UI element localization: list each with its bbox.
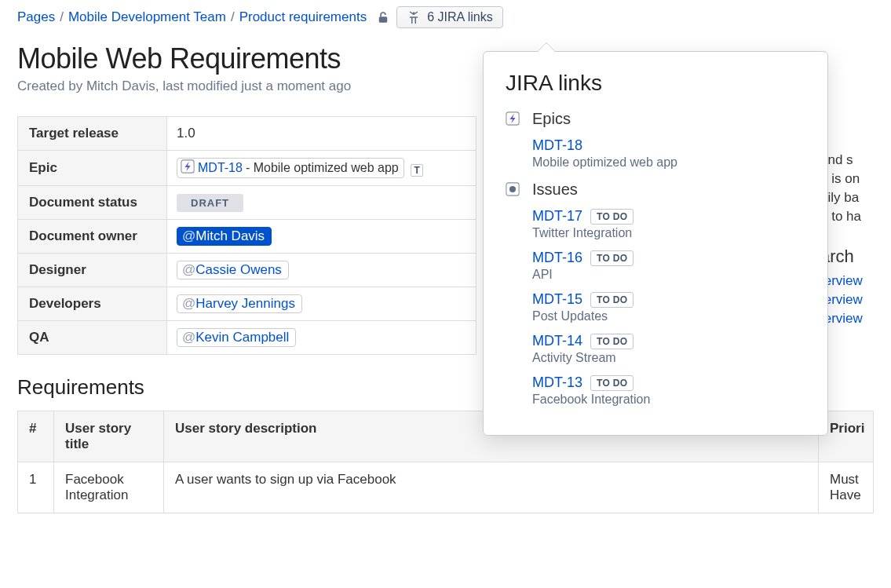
metadata-value: @Harvey Jennings — [167, 287, 477, 321]
status-lozenge: DRAFT — [177, 194, 243, 212]
popover-issues-section: Issues — [506, 181, 805, 205]
unlock-icon[interactable] — [376, 10, 390, 24]
side-text: and s — [820, 152, 891, 168]
issue-summary: Facebook Integration — [532, 393, 805, 407]
metadata-row: Designer@Cassie Owens — [18, 254, 477, 287]
svg-point-5 — [509, 186, 516, 192]
side-heading: arch — [820, 247, 891, 267]
issue-summary: Activity Stream — [532, 351, 805, 365]
req-title: Facebook Integration — [54, 462, 164, 513]
breadcrumb-separator: / — [60, 10, 64, 25]
side-text: e is on — [820, 171, 891, 187]
metadata-value: @Cassie Owens — [167, 254, 477, 287]
svg-rect-0 — [379, 16, 388, 23]
metadata-value: 1.0 — [167, 117, 477, 151]
mention-name: Kevin Campbell — [195, 330, 289, 345]
issue-key-link[interactable]: MDT-16 — [532, 250, 582, 266]
popover-epics-section: Epics — [506, 110, 805, 134]
popover-issue-item: MDT-15TO DOPost Updates — [532, 291, 805, 323]
mention-name: Cassie Owens — [195, 262, 282, 278]
metadata-row: Document statusDRAFT — [18, 186, 477, 220]
status-badge: TO DO — [590, 375, 634, 391]
status-badge: TO DO — [590, 250, 634, 266]
metadata-row: Document owner@Mitch Davis — [18, 220, 477, 254]
metadata-row: EpicMDT-18 - Mobile optimized web app T — [18, 151, 477, 186]
side-link[interactable]: terview — [820, 311, 891, 327]
metadata-label: Document status — [18, 186, 167, 220]
popover-title: JIRA links — [506, 71, 805, 96]
jira-icon — [407, 10, 421, 24]
popover-epic-item: MDT-18Mobile optimized web app — [532, 137, 805, 170]
metadata-label: QA — [18, 321, 167, 355]
metadata-table: Target release1.0EpicMDT-18 - Mobile opt… — [17, 116, 477, 355]
user-mention[interactable]: @Cassie Owens — [177, 261, 289, 279]
issue-key-link[interactable]: MDT-13 — [532, 374, 582, 391]
at-symbol: @ — [182, 262, 195, 278]
status-badge: TO DO — [590, 292, 634, 308]
epic-pill[interactable]: MDT-18 - Mobile optimized web app — [177, 158, 404, 178]
popover-issue-item: MDT-14TO DOActivity Stream — [532, 333, 805, 365]
metadata-row: Developers@Harvey Jennings — [18, 287, 477, 321]
issue-key-link[interactable]: MDT-14 — [532, 333, 582, 349]
status-badge: TO DO — [590, 334, 634, 349]
top-row: Pages / Mobile Development Team / Produc… — [17, 6, 874, 28]
table-row: 1Facebook IntegrationA user wants to sig… — [18, 462, 874, 513]
side-link[interactable]: terview — [820, 273, 891, 289]
issue-key-link[interactable]: MDT-18 — [532, 137, 582, 154]
status-badge: TO DO — [590, 209, 634, 225]
user-mention[interactable]: @Kevin Campbell — [177, 328, 296, 347]
issues-label: Issues — [532, 181, 578, 199]
req-desc: A user wants to sign up via Facebook — [164, 462, 819, 513]
jira-links-popover: JIRA links Epics MDT-18Mobile optimized … — [483, 51, 828, 436]
epic-key: MDT-18 — [198, 161, 243, 175]
metadata-label: Target release — [18, 117, 167, 151]
at-symbol: @ — [182, 296, 195, 312]
jira-links-button-label: 6 JIRA links — [427, 10, 493, 24]
breadcrumb: Pages / Mobile Development Team / Produc… — [17, 10, 367, 25]
issue-key-link[interactable]: MDT-17 — [532, 208, 582, 225]
issue-summary: Post Updates — [532, 309, 805, 323]
breadcrumb-item[interactable]: Pages — [17, 10, 55, 25]
side-panel-fragment: and s e is on aily ba d to ha arch tervi… — [820, 149, 891, 330]
issue-icon — [506, 181, 523, 205]
metadata-label: Designer — [18, 254, 167, 287]
status-abbrev: T — [411, 164, 422, 177]
breadcrumb-separator: / — [231, 10, 235, 25]
metadata-row: QA@Kevin Campbell — [18, 321, 477, 355]
issue-summary: API — [532, 268, 805, 282]
popover-issue-item: MDT-16TO DOAPI — [532, 250, 805, 282]
at-symbol: @ — [182, 228, 195, 244]
metadata-label: Epic — [18, 151, 167, 186]
mention-name: Harvey Jennings — [195, 296, 295, 312]
metadata-value: DRAFT — [167, 186, 477, 220]
req-col-title: User story title — [54, 411, 164, 462]
epics-label: Epics — [532, 110, 571, 128]
epic-icon — [506, 110, 523, 134]
epic-icon — [181, 159, 195, 177]
breadcrumb-item[interactable]: Mobile Development Team — [68, 10, 226, 25]
metadata-row: Target release1.0 — [18, 117, 477, 151]
breadcrumb-item[interactable]: Product requirements — [239, 10, 367, 25]
issue-summary: Mobile optimized web app — [532, 155, 805, 170]
metadata-label: Document owner — [18, 220, 167, 254]
req-priority: Must Have — [819, 462, 874, 513]
popover-issue-item: MDT-17TO DOTwitter Integration — [532, 208, 805, 240]
popover-issue-item: MDT-13TO DOFacebook Integration — [532, 374, 805, 407]
req-col-num: # — [18, 411, 54, 462]
side-text: d to ha — [820, 209, 891, 225]
at-symbol: @ — [182, 330, 195, 345]
issue-key-link[interactable]: MDT-15 — [532, 291, 582, 308]
issue-summary: Twitter Integration — [532, 226, 805, 240]
metadata-value: MDT-18 - Mobile optimized web app T — [167, 151, 477, 186]
jira-links-button[interactable]: 6 JIRA links — [396, 6, 503, 28]
metadata-label: Developers — [18, 287, 167, 321]
user-mention[interactable]: @Harvey Jennings — [177, 294, 302, 313]
side-text: aily ba — [820, 190, 891, 206]
req-num: 1 — [18, 462, 54, 513]
mention-name: Mitch Davis — [195, 228, 265, 244]
metadata-value: @Mitch Davis — [167, 220, 477, 254]
metadata-value: @Kevin Campbell — [167, 321, 477, 355]
side-link[interactable]: terview — [820, 292, 891, 308]
epic-summary: - Mobile optimized web app — [246, 161, 399, 175]
user-mention[interactable]: @Mitch Davis — [177, 227, 272, 246]
